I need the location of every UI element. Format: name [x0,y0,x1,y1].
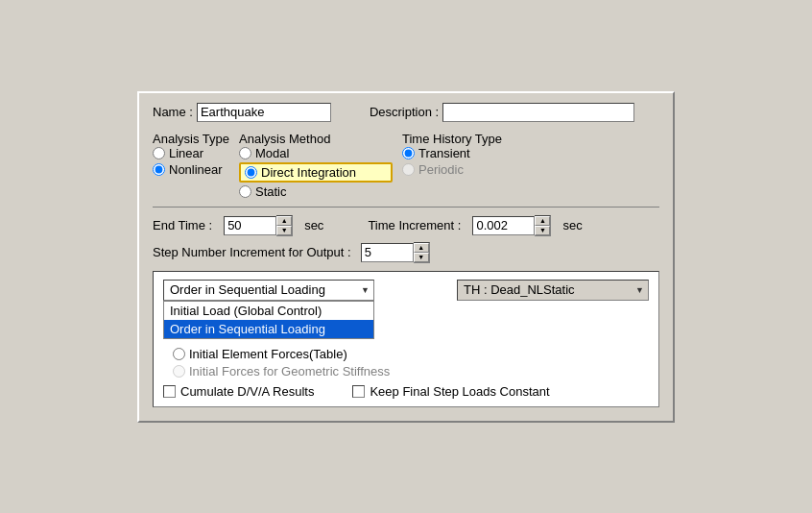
radio-initial-forces-geo[interactable]: Initial Forces for Geometric Stiffness [173,364,649,379]
analysis-case-dialog: Name : Description : Analysis Type Linea… [137,91,675,423]
radio-static[interactable]: Static [239,184,393,199]
cumulate-checkbox-box[interactable] [163,385,176,398]
desc-label: Description : [370,105,439,119]
time-increment-label: Time Increment : [368,218,461,232]
step-number-input[interactable] [361,243,414,262]
sequential-loading-dropdown[interactable]: Order in Sequential Loading ▼ [163,280,374,301]
th-dropdown-label: TH : Dead_NLStatic [464,282,575,297]
radio-periodic-label: Periodic [418,162,464,177]
sequential-loading-dropdown-wrap[interactable]: Order in Sequential Loading ▼ Initial Lo… [163,280,374,301]
keep-final-checkbox-box[interactable] [352,385,365,398]
radio-transient[interactable]: Transient [402,146,527,160]
radio-transient-label: Transient [418,146,470,160]
radio-initial-forces-geo-label: Initial Forces for Geometric Stiffness [189,364,390,379]
time-increment-unit: sec [562,218,582,232]
dropdown-item-sequential-loading[interactable]: Order in Sequential Loading [164,320,373,338]
step-number-up[interactable]: ▲ [414,243,429,253]
step-number-spinner[interactable]: ▲ ▼ [361,242,430,263]
step-number-down[interactable]: ▼ [414,253,429,262]
radio-direct-integration-wrap[interactable]: Direct Integration [239,162,393,183]
radio-nonlinear[interactable]: Nonlinear [153,162,239,177]
radio-initial-element[interactable]: Initial Element Forces(Table) [173,347,649,361]
radio-modal[interactable]: Modal [239,146,393,160]
chevron-down-icon: ▼ [361,285,370,295]
end-time-label: End Time : [153,218,212,232]
radio-static-label: Static [255,184,287,199]
lower-panel: Order in Sequential Loading ▼ Initial Lo… [153,271,659,407]
radio-direct-integration-label: Direct Integration [261,165,356,180]
th-chevron-down-icon: ▼ [635,285,644,295]
keep-final-checkbox[interactable]: Keep Final Step Loads Constant [352,384,549,399]
end-time-unit: sec [304,218,323,232]
radio-nonlinear-label: Nonlinear [169,162,223,177]
dropdown-item-initial-load[interactable]: Initial Load (Global Control) [164,302,373,320]
end-time-input[interactable] [224,216,276,235]
name-input[interactable] [197,103,331,122]
time-increment-down[interactable]: ▼ [535,226,550,235]
analysis-type-header: Analysis Type [153,132,239,146]
time-increment-up[interactable]: ▲ [535,216,550,226]
analysis-method-header: Analysis Method [239,132,393,146]
cumulate-checkbox[interactable]: Cumulate D/V/A Results [163,384,314,399]
end-time-down[interactable]: ▼ [276,226,292,235]
step-number-label: Step Number Increment for Output : [153,245,351,259]
sequential-loading-dropdown-label: Order in Sequential Loading [170,282,325,297]
time-increment-input[interactable] [472,216,535,235]
th-dropdown[interactable]: TH : Dead_NLStatic ▼ [457,280,649,301]
cumulate-checkbox-label: Cumulate D/V/A Results [180,384,314,399]
time-increment-spinner[interactable]: ▲ ▼ [472,215,551,236]
radio-initial-element-label: Initial Element Forces(Table) [189,347,347,361]
radio-modal-label: Modal [255,146,289,160]
desc-input[interactable] [442,103,634,122]
radio-periodic[interactable]: Periodic [402,162,527,177]
end-time-up[interactable]: ▲ [276,216,292,226]
name-label: Name : [153,105,193,119]
end-time-spinner[interactable]: ▲ ▼ [224,215,293,236]
time-history-type-header: Time History Type [402,132,527,146]
radio-linear-label: Linear [169,146,203,160]
keep-final-checkbox-label: Keep Final Step Loads Constant [370,384,549,399]
radio-linear[interactable]: Linear [153,146,239,160]
dropdown-list: Initial Load (Global Control) Order in S… [163,301,374,339]
